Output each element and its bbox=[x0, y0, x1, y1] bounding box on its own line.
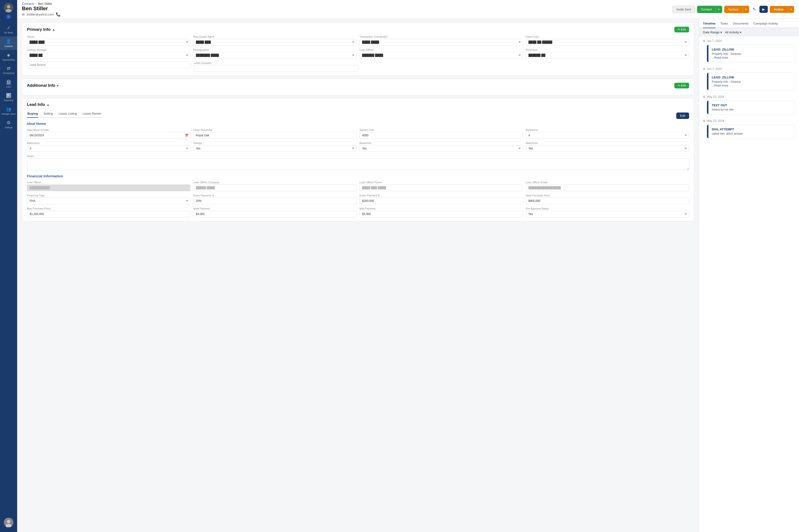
owner-select[interactable]: ████ ███ bbox=[27, 39, 190, 45]
sidebar-item-my-tasks[interactable]: ✓ My Tasks bbox=[0, 23, 17, 36]
timeline-card-title-3: DIAL ATTEMPT bbox=[712, 128, 792, 131]
basement-select[interactable]: Yes bbox=[359, 145, 523, 152]
financing-type-select[interactable]: FHA bbox=[27, 197, 190, 204]
lead-info-tab-bar: Buying Selling Lease Listing Lease Rente… bbox=[27, 110, 102, 118]
client-care-select[interactable]: ████ ██ █████ bbox=[526, 39, 689, 45]
contacts-icon: 👤 bbox=[6, 39, 11, 44]
listings-manager-select[interactable]: ████ ██ bbox=[27, 52, 190, 59]
listings-manager-field: Listings Manager ████ ██ bbox=[27, 49, 190, 59]
loan-officer-field: Loan Officer ██████ ████ bbox=[359, 49, 523, 59]
cities-searching-label: Cities Searching bbox=[193, 129, 357, 131]
timeline-entry-1: Jun 7, 2024 LEAD: ZILLOW Property Info -… bbox=[703, 67, 795, 90]
sidebar-item-manage-users[interactable]: 👥 Manage Users bbox=[0, 104, 17, 118]
photographer-select[interactable]: ███████ ████ bbox=[193, 52, 357, 59]
user-avatar-bottom[interactable] bbox=[4, 518, 13, 527]
transaction-coordinator-select[interactable]: ████ ████ bbox=[359, 39, 523, 45]
garage-label: Garage bbox=[193, 141, 357, 145]
next-contact-button[interactable]: ▶ bbox=[759, 6, 768, 13]
tab-campaign-activity[interactable]: Campaign Activity bbox=[754, 22, 778, 28]
primary-info-title-text: Primary Info bbox=[27, 27, 51, 32]
ideal-purchase-input[interactable] bbox=[526, 197, 689, 204]
all-activity-filter[interactable]: All Activity ▾ bbox=[725, 31, 742, 34]
down-payment-pct-input[interactable] bbox=[193, 197, 357, 204]
move-in-date-label: Ideal Move In Date bbox=[27, 129, 190, 131]
tab-documents[interactable]: Documents bbox=[733, 22, 749, 28]
loan-officer-phone-input[interactable] bbox=[359, 185, 523, 191]
header-actions: Invite Sent Contact ▾ Nurture ▾ ✎ ▶ Acti… bbox=[672, 5, 794, 13]
additional-info-section: Additional Info ▾ ✎ Edit bbox=[22, 79, 694, 95]
lead-info-edit-button[interactable]: Edit bbox=[676, 113, 689, 119]
contact-dropdown-button[interactable]: ▾ bbox=[716, 6, 722, 13]
tab-lease-renter[interactable]: Lease Renter bbox=[82, 110, 102, 118]
timeline-dot-2 bbox=[703, 96, 705, 98]
timeline-card-1[interactable]: LEAD: ZILLOW Property Info - Deanna ...R… bbox=[707, 73, 795, 90]
waterfront-label: Waterfront bbox=[526, 141, 689, 145]
financing-type-field: Financing Type FHA bbox=[27, 194, 190, 204]
lead-source-input[interactable] bbox=[27, 61, 191, 68]
primary-info-toggle-icon[interactable]: ▲ bbox=[52, 27, 55, 32]
tab-lease-listing[interactable]: Lease Listing bbox=[58, 110, 77, 118]
breadcrumb-parent[interactable]: Contacts bbox=[22, 2, 34, 5]
lead-company-label: Lead Company bbox=[194, 61, 358, 64]
square-feet-input[interactable] bbox=[359, 132, 523, 139]
real-estate-agent-select[interactable]: ████ ███ bbox=[193, 39, 357, 45]
garage-select[interactable]: Yes bbox=[193, 145, 357, 152]
lead-company-input[interactable] bbox=[194, 65, 358, 72]
timeline-card-2[interactable]: TEXT OUT Asked for his info bbox=[707, 100, 795, 114]
timeline-read-more-1[interactable]: ...Read more bbox=[712, 84, 792, 87]
processor-select[interactable]: ██████ ██ bbox=[526, 52, 689, 59]
timeline-read-more-0[interactable]: ...Read more bbox=[712, 56, 792, 59]
notes-textarea[interactable] bbox=[27, 158, 689, 170]
action-button[interactable]: Action bbox=[770, 6, 788, 13]
sidebar-item-contacts[interactable]: 👤 Contacts bbox=[0, 36, 17, 50]
loan-officer-phone-field: Loan Officer Phone bbox=[359, 181, 523, 191]
timeline-card-3[interactable]: DIAL ATTEMPT called him, didn't answer bbox=[707, 125, 795, 138]
waterfront-select[interactable]: Yes bbox=[526, 145, 689, 152]
down-payment-dollar-input[interactable] bbox=[359, 197, 523, 204]
max-purchase-input[interactable] bbox=[27, 211, 190, 217]
loan-officer-company-input[interactable] bbox=[193, 185, 357, 191]
sidebar-item-opportunities[interactable]: ◈ Opportunities bbox=[0, 50, 17, 64]
nurture-button[interactable]: Nurture bbox=[724, 6, 742, 13]
sidebar-item-transactions[interactable]: ⇄ Transactions bbox=[0, 63, 17, 77]
top-header: Contacts › Ben Stiller Ben Stiller ✉ bst… bbox=[17, 0, 799, 19]
tab-buying[interactable]: Buying bbox=[27, 110, 38, 118]
pre-approval-select[interactable]: Yes bbox=[526, 211, 689, 217]
contact-edit-icon-button[interactable]: ✎ bbox=[751, 5, 758, 13]
calendar-icon: 📅 bbox=[185, 134, 189, 137]
date-range-filter[interactable]: Date Range ▾ bbox=[703, 31, 722, 34]
loan-officer-select[interactable]: ██████ ████ bbox=[359, 52, 523, 59]
tab-tasks[interactable]: Tasks bbox=[720, 22, 728, 28]
additional-info-toggle-icon[interactable]: ▾ bbox=[57, 84, 58, 88]
max-payment-input[interactable] bbox=[359, 211, 523, 217]
sidebar-item-reporting[interactable]: 📊 Reporting bbox=[0, 91, 17, 104]
timeline-card-text-0: Property Info - Deanna bbox=[712, 52, 792, 56]
sidebar-item-settings[interactable]: ⚙ Settings bbox=[0, 118, 17, 131]
fin-loan-officer-input[interactable] bbox=[27, 185, 190, 191]
ideal-payment-input[interactable] bbox=[193, 211, 357, 217]
additional-info-edit-button[interactable]: ✎ Edit bbox=[674, 83, 689, 89]
opportunities-icon: ◈ bbox=[7, 53, 10, 58]
invite-sent-button[interactable]: Invite Sent bbox=[672, 6, 695, 13]
loan-officer-email-input[interactable] bbox=[526, 185, 689, 191]
timeline-card-text-1: Property Info - Deanna bbox=[712, 80, 792, 83]
action-dropdown-button[interactable]: ▾ bbox=[788, 6, 794, 13]
sidebar-expand-button[interactable]: › bbox=[6, 14, 11, 19]
tab-selling[interactable]: Selling bbox=[43, 110, 53, 118]
financing-type-label: Financing Type bbox=[27, 194, 190, 197]
move-in-date-input[interactable] bbox=[27, 132, 190, 139]
contact-button[interactable]: Contact bbox=[697, 6, 716, 13]
tab-timeline[interactable]: Timeline bbox=[703, 22, 716, 28]
sidebar-item-loan[interactable]: 🏦 Loan bbox=[0, 77, 17, 91]
transaction-coordinator-field: Transaction Coordinator ████ ████ bbox=[359, 35, 523, 45]
right-panel-filter: Date Range ▾ All Activity ▾ bbox=[699, 28, 799, 36]
primary-info-edit-button[interactable]: ✎ Edit bbox=[674, 27, 689, 33]
bedrooms-select[interactable]: 4 bbox=[526, 132, 689, 139]
cities-searching-input[interactable] bbox=[193, 132, 357, 139]
lead-info-tab-header: Buying Selling Lease Listing Lease Rente… bbox=[27, 110, 689, 121]
timeline-card-0[interactable]: LEAD: ZILLOW Property Info - Deanna ...R… bbox=[707, 44, 795, 62]
breadcrumb-current: Ben Stiller bbox=[38, 2, 52, 5]
lead-info-toggle-icon[interactable]: ▲ bbox=[46, 103, 50, 107]
bathrooms-select[interactable]: 3 bbox=[27, 145, 190, 152]
nurture-dropdown-button[interactable]: ▾ bbox=[742, 6, 749, 13]
